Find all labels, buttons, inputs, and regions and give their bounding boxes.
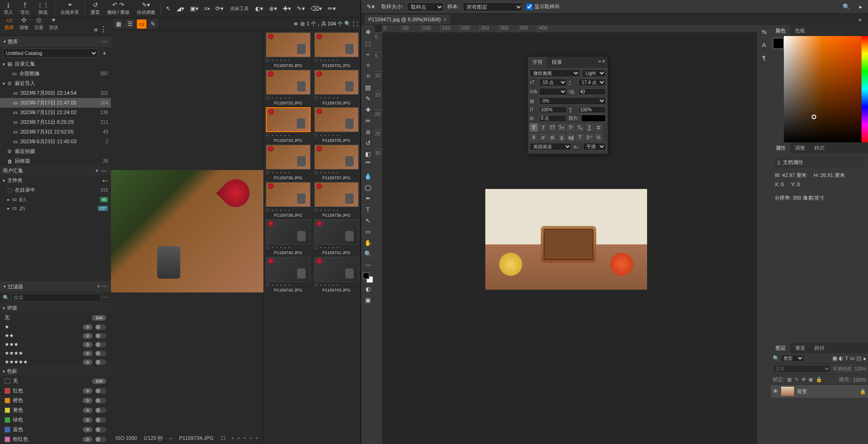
draw-tool-icon[interactable]: ✏▾ [325,3,339,14]
arrow-tool-icon[interactable]: ↖ [163,3,174,14]
lock-artboard-icon[interactable]: ▣ [808,377,813,383]
lock-position-icon[interactable]: ✥ [801,377,806,383]
text-color-swatch[interactable] [581,115,606,122]
pen-tool-icon[interactable]: ✒ [362,193,373,203]
zoom-icon[interactable]: 🔍 [344,21,351,27]
tree-session[interactable]: ▭2023年7月17日 21:47:05104 [0,98,111,108]
move-tool-icon[interactable]: ✥ [362,27,373,37]
visibility-icon[interactable]: 👁 [293,21,299,27]
tree-drive[interactable]: ▸▭E:\45 [0,195,111,204]
filter-toggle-icon[interactable]: ● [863,356,866,361]
hue-slider[interactable] [862,36,868,142]
color-row[interactable]: 红色0 [0,386,111,395]
edit-toolbar-icon[interactable]: ⋯ [362,260,373,270]
tree-summary[interactable]: ▾▤目录汇集 [0,59,111,69]
undo-redo-button[interactable]: ↶ ↷撤销 / 重做 [104,0,133,17]
swatches-tab[interactable]: 色板 [790,25,810,36]
tree-session[interactable]: ▭2023年7月3日 22:52:5543 [0,127,111,137]
tabs-more-icon[interactable]: » ⋮ [92,23,109,36]
strike-select[interactable]: 0% [539,97,606,105]
view-filmstrip-icon[interactable]: ▭ [137,19,147,29]
lock-all-icon[interactable]: 🔒 [816,377,822,383]
rating-row[interactable]: 无104 [0,313,111,322]
wand-tool-icon[interactable]: ✧ [362,60,373,70]
crop-tool-icon[interactable]: ⌗▾ [202,3,213,14]
export-button[interactable]: ⭱导出 [17,0,33,17]
layer-kind-select[interactable]: 类型 [781,355,804,362]
tab-library[interactable]: ▭图库 [2,18,17,36]
rating-header[interactable]: ▾评级 [0,303,111,313]
heal-tool-icon[interactable]: ✚ [362,104,373,115]
search-icon[interactable]: 🔍 [840,1,853,12]
italic-button[interactable]: T [539,123,547,132]
tree-session[interactable]: ▭2023年6月23日 11:45:032 [0,137,111,146]
show-ring-checkbox[interactable]: 显示取样环 [526,3,560,10]
visibility-icon[interactable]: 👁 [773,388,778,395]
thumbnail[interactable]: ☐ • • • • •P1159739.JPG [314,182,359,218]
color-row[interactable]: 黄色0 [0,405,111,415]
para-tab[interactable]: 段落 [547,57,567,67]
oldstyle-button[interactable]: σ [539,133,547,141]
close-tab-icon[interactable]: × [444,17,446,22]
character-panel[interactable]: 字符段落» ≡ 微软雅黑Light тT10 点ᴬ̲17.4 点 V/AVA̲ … [527,56,608,154]
adjustments-tab[interactable]: 调整 [790,142,810,153]
font-family-select[interactable]: 微软雅黑 [530,69,580,77]
erase-tool-icon[interactable]: ⌫▾ [308,3,325,14]
screenmode-icon[interactable]: ▣ [362,295,373,305]
rotate-tool-icon[interactable]: ⟳▾ [213,3,226,14]
preview-area[interactable] [111,30,263,432]
document-tab[interactable]: P1159471.jpg @ 8.39%(RGB/8)× [365,15,450,24]
kerning-select[interactable] [539,88,567,96]
ordinal2-button[interactable]: 1ˢᵗ [585,133,593,141]
heal-tool-icon[interactable]: ✚▾ [280,3,294,14]
language-select[interactable]: 英国英语 [530,143,572,151]
paths-tab[interactable]: 路径 [810,342,829,353]
channels-tab[interactable]: 通道 [790,342,810,353]
color-label-header[interactable]: ▾色标 [0,366,111,376]
stamp-tool-icon[interactable]: ⊜ [362,127,373,137]
strikethrough-button[interactable]: T̶ [594,123,603,132]
rating-row[interactable]: ★★★★★0 [0,358,111,366]
blur-tool-icon[interactable]: 💧 [362,171,373,181]
brush-tool-icon[interactable]: ✏ [362,116,373,126]
layers-tab[interactable]: 图层 [771,342,790,353]
filter-smart-icon[interactable]: ◫ [856,355,861,361]
thumbnail[interactable]: ☐ • • • • •P1159740.JPG [266,219,311,255]
quickmask-icon[interactable]: ◐ [362,284,373,294]
styles-tab[interactable]: 样式 [810,142,829,153]
color-tab[interactable]: 颜色 [771,25,790,36]
tree-all-images[interactable]: ▭全部图像597 [0,69,111,79]
lasso-tool-icon[interactable]: ⌁ [362,49,373,59]
tab-refine[interactable]: ◎完善 [31,18,46,36]
titling-button[interactable]: A̲ [557,133,566,141]
view-grid-icon[interactable]: ▦ [114,19,123,29]
color-row[interactable]: 无104 [0,376,111,386]
history-brush-icon[interactable]: ↺ [362,138,373,148]
subscript-button[interactable]: T₁ [576,123,584,132]
panel-menu-icon[interactable]: » ≡ [596,57,608,67]
thumbnail[interactable]: ☐ • • • • •P1159731.JPG [314,32,359,68]
font-weight-select[interactable]: Light [582,69,606,77]
superscript-button[interactable]: T¹ [567,123,575,132]
tree-session[interactable]: ▭2023年7月12日 21:24:02136 [0,108,111,117]
import-button[interactable]: ⭳导入 [0,0,17,17]
char-tab[interactable]: 字符 [528,57,547,67]
clone-tool-icon[interactable]: ⊕▾ [266,3,280,14]
fullscreen-icon[interactable]: ⛶ [353,21,358,27]
tracking-input[interactable] [578,88,606,95]
tree-folders[interactable]: ▾文件夹+− [0,176,111,185]
leading-select[interactable]: 17.4 点 [578,79,606,86]
filter-pixel-icon[interactable]: ▦ [832,355,837,361]
bold-button[interactable]: T [530,123,538,132]
dodge-tool-icon[interactable]: ◯ [362,182,373,192]
gradient-tool-icon[interactable]: ◢▾ [174,3,187,14]
color-row[interactable]: 橙色0 [0,395,111,405]
vscale-input[interactable] [539,106,567,113]
overlay-tool-icon[interactable]: ▣▾ [187,3,202,14]
allcaps-button[interactable]: TT [548,123,556,132]
sample-layers-select[interactable]: 所有图层 [463,2,523,12]
color-row[interactable]: 蓝色0 [0,425,111,434]
smallcaps-button[interactable]: Tᴛ [557,123,566,132]
hand-tool-icon[interactable]: ✋ [362,237,373,248]
catalog-select[interactable]: Untitled Catalog [3,49,98,58]
